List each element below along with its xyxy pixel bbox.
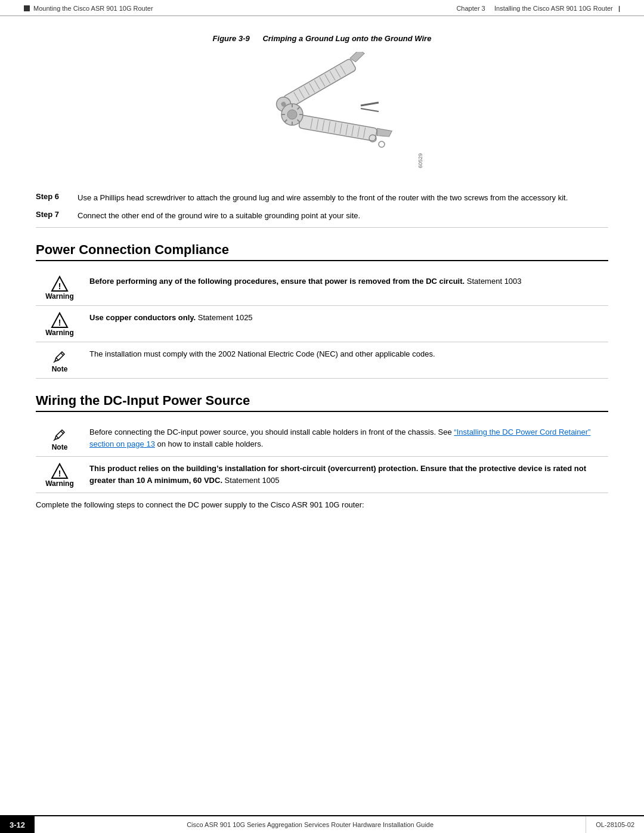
svg-text:!: ! [58,469,61,478]
section2-intro-text: Complete the following steps to connect … [36,499,608,512]
warning-bold-1: Before performing any of the following p… [89,277,465,286]
warning-text-2: Use copper conductors only. Statement 10… [89,311,608,324]
svg-marker-25 [376,128,392,138]
step-7-text: Connect the other end of the ground wire… [78,210,608,222]
svg-line-44 [61,353,63,355]
warning-label-3: Warning [45,479,74,488]
figure-caption: Figure 3-9 Crimping a Ground Lug onto th… [36,34,608,43]
note-text-1: The installation must comply with the 20… [89,347,608,360]
footer-page-number: 3-12 [0,816,35,833]
warning-row-1: ! Warning Before performing any of the f… [36,270,608,306]
svg-line-47 [61,431,63,433]
figure-container: Figure 3-9 Crimping a Ground Lug onto th… [36,34,608,180]
warning-bold-3: This product relies on the building’s in… [89,464,586,485]
warning-triangle-icon-2: ! [51,312,69,329]
note-text-2: Before connecting the DC-input power sou… [89,425,608,450]
warning-normal-3: Statement 1005 [222,476,279,485]
tool-illustration: 60529 [233,49,411,180]
steps-section: Step 6 Use a Phillips head screwdriver t… [36,192,608,221]
warning-icon-col-1: ! Warning [36,274,83,301]
svg-rect-0 [283,58,357,109]
warning-normal-1: Statement 1003 [465,277,521,286]
svg-line-46 [56,436,58,438]
warning-normal-2: Statement 1025 [196,313,252,322]
warning-row-2: ! Warning Use copper conductors only. St… [36,306,608,342]
header-right: Chapter 3 Installing the Cisco ASR 901 1… [456,5,620,12]
warning-label-1: Warning [45,292,74,301]
note-label-2: Note [52,443,68,451]
page-header: Mounting the Cisco ASR 901 10G Router Ch… [0,0,644,16]
figure-number: Figure 3-9 [213,34,250,43]
page-footer: 3-12 Cisco ASR 901 10G Series Aggregatio… [0,815,644,833]
warning-triangle-icon-3: ! [51,463,69,479]
note-icon-col-1: Note [36,347,83,373]
warning-row-3: ! Warning This product relies on the bui… [36,457,608,493]
header-section: Installing the Cisco ASR 901 10G Router [494,5,613,12]
header-chapter: Chapter 3 [456,5,485,12]
tool-image: 60529 [233,49,411,180]
svg-point-36 [379,141,385,147]
header-left: Mounting the Cisco ASR 901 10G Router [24,5,153,12]
warning-bold-2: Use copper conductors only. [89,313,196,322]
svg-line-45 [54,361,55,363]
warning-triangle-icon-1: ! [51,275,69,292]
step-row: Step 7 Connect the other end of the grou… [36,210,608,222]
step-row: Step 6 Use a Phillips head screwdriver t… [36,192,608,204]
warning-text-1: Before performing any of the following p… [89,274,608,287]
figure-id: 60529 [417,153,423,168]
svg-line-48 [54,439,55,441]
footer-center-text: Cisco ASR 901 10G Series Aggregation Ser… [35,816,586,833]
section-divider [36,227,608,228]
header-left-text: Mounting the Cisco ASR 901 10G Router [33,5,153,12]
svg-line-43 [56,358,58,360]
warning-icon-col-2: ! Warning [36,311,83,337]
svg-line-37 [361,103,379,106]
step-6-text: Use a Phillips head screwdriver to attac… [78,192,608,204]
note-text-before: Before connecting the DC-input power sou… [89,428,454,436]
note-pencil-icon-1 [51,348,68,365]
note-row-2: Note Before connecting the DC-input powe… [36,420,608,457]
step-6-label: Step 6 [36,192,78,201]
footer-right-text: OL-28105-02 [586,816,644,833]
crimping-tool-svg [236,52,408,177]
note-icon-col-2: Note [36,425,83,451]
svg-line-38 [361,109,379,112]
svg-point-27 [287,110,297,119]
note-pencil-icon-2 [51,426,68,443]
warning-label-2: Warning [45,329,74,337]
warning-icon-col-3: ! Warning [36,462,83,488]
main-content: Figure 3-9 Crimping a Ground Lug onto th… [0,16,644,559]
svg-text:!: ! [58,281,61,291]
svg-text:!: ! [58,318,61,327]
note-row-1: Note The installation must comply with t… [36,342,608,379]
note-text-after: on how to install cable holders. [155,439,263,448]
section2-heading: Wiring the DC-Input Power Source [36,393,608,412]
warning-text-3: This product relies on the building’s in… [89,462,608,486]
figure-title: Crimping a Ground Lug onto the Ground Wi… [262,34,431,43]
note-label-1: Note [52,365,68,373]
header-square-icon [24,5,30,11]
section1-heading: Power Connection Compliance [36,242,608,261]
step-7-label: Step 7 [36,210,78,219]
